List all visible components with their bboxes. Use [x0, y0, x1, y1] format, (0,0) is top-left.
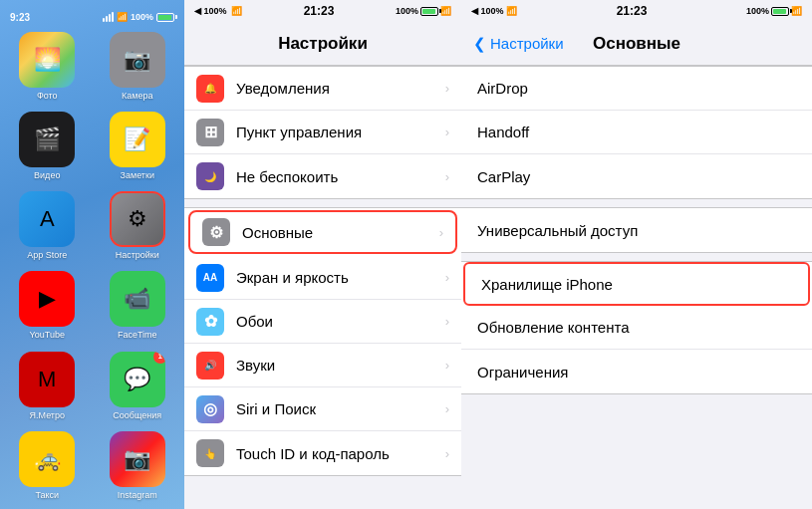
- youtube-icon: ▶: [19, 271, 75, 327]
- battery-pct-right: 100%: [746, 6, 769, 16]
- general-item-accessibility[interactable]: Универсальный доступ: [461, 208, 812, 252]
- notifications-chevron: ›: [445, 81, 449, 96]
- control-settings-label: Пункт управления: [236, 124, 445, 140]
- display-chevron: ›: [445, 270, 449, 285]
- settings-item-display[interactable]: AAЭкран и яркость›: [184, 256, 461, 300]
- siri-settings-label: Siri и Поиск: [236, 400, 445, 417]
- settings-item-wallpaper[interactable]: ✿Обои›: [184, 300, 461, 344]
- instagram-icon: 📷: [110, 431, 165, 487]
- notes-icon: 📝: [110, 112, 165, 167]
- battery-icon-right: [771, 7, 789, 16]
- general-item-carplay[interactable]: CarPlay: [461, 154, 812, 198]
- app-item-camera[interactable]: 📷Камера: [97, 32, 179, 104]
- app-item-notes[interactable]: 📝Заметки: [97, 112, 179, 183]
- settings-item-siri[interactable]: ◎Siri и Поиск›: [184, 387, 461, 431]
- signal-middle: ◀ 100% 📶: [194, 6, 242, 16]
- touch-settings-label: Touch ID и код-пароль: [236, 445, 445, 462]
- settings-item-dnd[interactable]: 🌙Не беспокоить›: [184, 154, 461, 198]
- app-item-taxi[interactable]: 🚕Такси: [6, 431, 89, 503]
- settings-panel: ◀ 100% 📶 21:23 100% 📶 Настройки 🔔Уведомл…: [184, 0, 461, 509]
- general-item-storage[interactable]: Хранилище iPhone: [463, 262, 810, 306]
- display-settings-label: Экран и яркость: [236, 269, 445, 286]
- status-bar-middle: ◀ 100% 📶 21:23 100% 📶: [184, 0, 461, 22]
- general-settings-label: Основные: [242, 224, 439, 241]
- sounds-chevron: ›: [445, 358, 449, 373]
- notifications-settings-icon: 🔔: [196, 75, 224, 103]
- general-section-1: AirDropHandoffCarPlay: [461, 66, 812, 199]
- app-item-metro[interactable]: МЯ.Метро: [6, 352, 89, 423]
- status-bar-left: 9:23 📶 100%: [6, 8, 178, 26]
- dnd-settings-icon: 🌙: [196, 162, 224, 190]
- signal-right: ◀ 100% 📶: [471, 6, 517, 16]
- appstore-icon: A: [19, 191, 75, 247]
- app-item-youtube[interactable]: ▶YouTube: [6, 271, 89, 343]
- camera-label: Камера: [122, 91, 152, 101]
- settings-label: Настройки: [116, 250, 159, 260]
- settings-item-notifications[interactable]: 🔔Уведомления›: [184, 67, 461, 111]
- facetime-label: FaceTime: [118, 330, 157, 340]
- notifications-settings-label: Уведомления: [236, 80, 445, 97]
- youtube-label: YouTube: [30, 330, 65, 340]
- sounds-settings-label: Звуки: [236, 357, 445, 374]
- settings-section-0: 🔔Уведомления›⊞Пункт управления›🌙Не беспо…: [184, 66, 461, 199]
- status-icons-left: 📶 100%: [103, 12, 174, 22]
- camera-icon: 📷: [110, 32, 165, 88]
- general-item-restrictions[interactable]: Ограничения: [461, 350, 812, 393]
- app-item-video[interactable]: 🎬Видео: [6, 112, 89, 183]
- battery-area-right: 100% 📶: [746, 6, 802, 16]
- wallpaper-settings-label: Обои: [236, 313, 445, 330]
- battery-icon-middle: [420, 7, 438, 16]
- app-item-appstore[interactable]: AApp Store: [6, 191, 89, 263]
- app-item-photos[interactable]: 🌅Фото: [6, 32, 89, 104]
- settings-header: Настройки: [184, 22, 461, 66]
- siri-settings-icon: ◎: [196, 395, 224, 423]
- settings-section-1: ⚙Основные›AAЭкран и яркость›✿Обои›🔊Звуки…: [184, 207, 461, 476]
- metro-icon: М: [19, 352, 75, 407]
- wallpaper-chevron: ›: [445, 314, 449, 329]
- back-button[interactable]: ❮ Настройки: [473, 35, 564, 53]
- content_update-label: Обновление контента: [477, 319, 796, 336]
- back-label: Настройки: [490, 35, 564, 52]
- general-nav-inner: ❮ Настройки Основные: [473, 35, 800, 53]
- video-icon: 🎬: [19, 112, 75, 167]
- general-section-3: Хранилище iPhoneОбновление контентаОгран…: [461, 261, 812, 394]
- home-screen: 9:23 📶 100% 🌅Фото📷Камера🎬Видео📝ЗаметкиAA…: [0, 0, 184, 509]
- messages-icon: 💬1: [110, 352, 165, 407]
- general-chevron: ›: [439, 225, 443, 240]
- status-time-middle: 21:23: [304, 4, 335, 18]
- dnd-chevron: ›: [445, 169, 449, 184]
- notes-label: Заметки: [121, 170, 154, 180]
- settings-item-touch[interactable]: 👆Touch ID и код-пароль›: [184, 431, 461, 475]
- app-item-instagram[interactable]: 📷Instagram: [97, 431, 179, 503]
- general-item-airdrop[interactable]: AirDrop: [461, 67, 812, 111]
- messages-label: Сообщения: [113, 410, 161, 420]
- facetime-icon: 📹: [110, 271, 165, 327]
- settings-item-sounds[interactable]: 🔊Звуки›: [184, 344, 461, 387]
- taxi-icon: 🚕: [19, 431, 75, 487]
- app-item-messages[interactable]: 💬1Сообщения: [97, 352, 179, 423]
- status-bar-right: ◀ 100% 📶 21:23 100% 📶: [461, 0, 812, 22]
- general-item-handoff[interactable]: Handoff: [461, 111, 812, 154]
- settings-item-general[interactable]: ⚙Основные›: [188, 210, 457, 254]
- photos-icon: 🌅: [19, 32, 75, 88]
- touch-settings-icon: 👆: [196, 439, 224, 467]
- handoff-label: Handoff: [477, 124, 796, 140]
- video-label: Видео: [34, 170, 60, 180]
- general-settings-icon: ⚙: [202, 218, 230, 246]
- app-item-settings[interactable]: ⚙Настройки: [97, 191, 179, 263]
- general-section-2: Универсальный доступ: [461, 207, 812, 253]
- app-item-facetime[interactable]: 📹FaceTime: [97, 271, 179, 343]
- settings-icon: ⚙: [110, 191, 165, 247]
- signal-bars-middle: 📶: [440, 6, 451, 16]
- general-item-content_update[interactable]: Обновление контента: [461, 306, 812, 350]
- battery-left: 100%: [131, 12, 153, 22]
- wallpaper-settings-icon: ✿: [196, 308, 224, 336]
- general-title: Основные: [593, 34, 680, 54]
- settings-item-control[interactable]: ⊞Пункт управления›: [184, 111, 461, 154]
- app-grid: 🌅Фото📷Камера🎬Видео📝ЗаметкиAApp Store⚙Нас…: [6, 32, 178, 503]
- wifi-icon: 📶: [117, 12, 128, 22]
- general-list: AirDropHandoffCarPlayУниверсальный досту…: [461, 66, 812, 509]
- carplay-label: CarPlay: [477, 168, 796, 185]
- signal-bars-left: [103, 12, 114, 22]
- battery-pct-middle: 100%: [396, 6, 418, 16]
